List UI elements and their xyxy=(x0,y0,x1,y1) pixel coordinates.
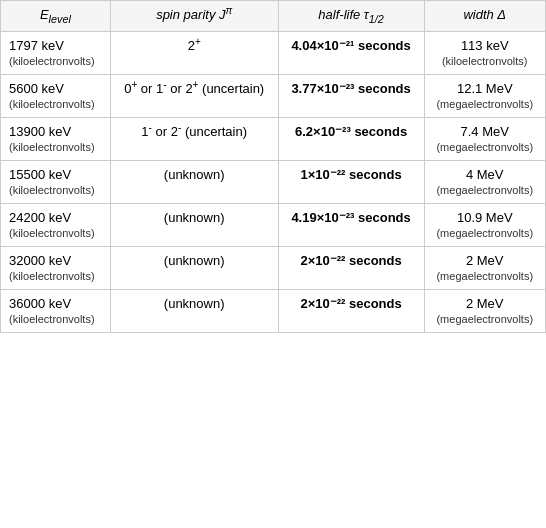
spin-cell: (unknown) xyxy=(110,160,278,203)
halflife-cell: 2×10⁻²² seconds xyxy=(278,246,424,289)
spin-cell: (unknown) xyxy=(110,289,278,332)
spin-cell: 1- or 2- (uncertain) xyxy=(110,117,278,160)
table-row: 32000 keV(kiloelectronvolts)(unknown)2×1… xyxy=(1,246,546,289)
energy-cell: 13900 keV(kiloelectronvolts) xyxy=(1,117,111,160)
width-cell: 12.1 MeV(megaelectronvolts) xyxy=(424,74,546,117)
table-row: 36000 keV(kiloelectronvolts)(unknown)2×1… xyxy=(1,289,546,332)
header-width: width Δ xyxy=(424,1,546,32)
table-row: 1797 keV(kiloelectronvolts)2+4.04×10⁻²¹ … xyxy=(1,31,546,74)
energy-cell: 36000 keV(kiloelectronvolts) xyxy=(1,289,111,332)
width-cell: 2 MeV(megaelectronvolts) xyxy=(424,246,546,289)
table-row: 13900 keV(kiloelectronvolts)1- or 2- (un… xyxy=(1,117,546,160)
width-cell: 2 MeV(megaelectronvolts) xyxy=(424,289,546,332)
table-row: 5600 keV(kiloelectronvolts)0+ or 1- or 2… xyxy=(1,74,546,117)
energy-levels-table: Elevel spin parity Jπ half-life τ1/2 wid… xyxy=(0,0,546,333)
spin-cell: (unknown) xyxy=(110,246,278,289)
energy-cell: 24200 keV(kiloelectronvolts) xyxy=(1,203,111,246)
energy-cell: 15500 keV(kiloelectronvolts) xyxy=(1,160,111,203)
spin-cell: 0+ or 1- or 2+ (uncertain) xyxy=(110,74,278,117)
header-elevel: Elevel xyxy=(1,1,111,32)
energy-cell: 32000 keV(kiloelectronvolts) xyxy=(1,246,111,289)
width-cell: 10.9 MeV(megaelectronvolts) xyxy=(424,203,546,246)
width-cell: 7.4 MeV(megaelectronvolts) xyxy=(424,117,546,160)
energy-cell: 1797 keV(kiloelectronvolts) xyxy=(1,31,111,74)
spin-cell: 2+ xyxy=(110,31,278,74)
halflife-cell: 4.19×10⁻²³ seconds xyxy=(278,203,424,246)
width-cell: 4 MeV(megaelectronvolts) xyxy=(424,160,546,203)
halflife-cell: 6.2×10⁻²³ seconds xyxy=(278,117,424,160)
header-spinparity: spin parity Jπ xyxy=(110,1,278,32)
spin-cell: (unknown) xyxy=(110,203,278,246)
halflife-cell: 2×10⁻²² seconds xyxy=(278,289,424,332)
halflife-cell: 1×10⁻²² seconds xyxy=(278,160,424,203)
energy-cell: 5600 keV(kiloelectronvolts) xyxy=(1,74,111,117)
width-cell: 113 keV(kiloelectronvolts) xyxy=(424,31,546,74)
halflife-cell: 3.77×10⁻²³ seconds xyxy=(278,74,424,117)
halflife-cell: 4.04×10⁻²¹ seconds xyxy=(278,31,424,74)
table-row: 24200 keV(kiloelectronvolts)(unknown)4.1… xyxy=(1,203,546,246)
header-halflife: half-life τ1/2 xyxy=(278,1,424,32)
table-row: 15500 keV(kiloelectronvolts)(unknown)1×1… xyxy=(1,160,546,203)
